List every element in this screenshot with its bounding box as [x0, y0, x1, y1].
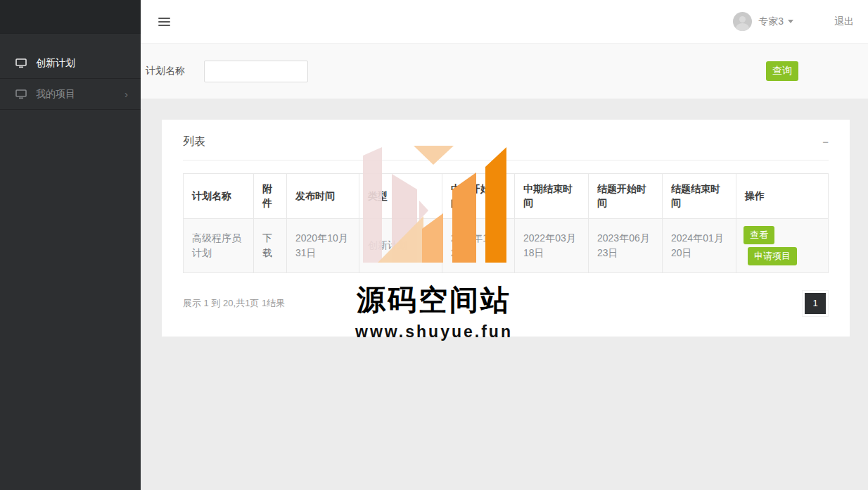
column-header-final-end: 结题结束时间: [663, 174, 736, 219]
sidebar-item-label: 创新计划: [36, 57, 75, 70]
chevron-right-icon: ›: [125, 89, 128, 99]
column-header-type: 类型: [359, 174, 442, 219]
collapse-icon[interactable]: −: [822, 137, 829, 147]
column-header-attachment: 附件: [254, 174, 287, 219]
main-area: 专家3 退出 计划名称 查询 列表 −: [141, 0, 868, 490]
avatar: [733, 12, 752, 31]
cell-final-start: 2023年06月23日: [589, 218, 663, 272]
search-panel: 计划名称 查询: [141, 44, 868, 99]
list-panel: 列表 − 计划名称 附件 发布时间 类型: [162, 120, 850, 337]
monitor-icon: [15, 89, 27, 99]
table-header-row: 计划名称 附件 发布时间 类型 中期开始时间 中期结束时间 结题开始时间 结题结…: [184, 174, 829, 219]
app-window: 创新计划 我的项目 › 专家3: [0, 0, 868, 490]
topbar: 专家3 退出: [141, 0, 868, 44]
view-button[interactable]: 查看: [743, 226, 774, 244]
sidebar-item-my-projects[interactable]: 我的项目 ›: [0, 79, 141, 110]
sidebar-header: [0, 0, 141, 34]
user-name: 专家3: [758, 15, 784, 28]
user-menu[interactable]: 专家3: [733, 12, 793, 31]
panel-title: 列表: [183, 134, 205, 149]
monitor-icon: [15, 58, 27, 68]
plan-name-input[interactable]: [204, 61, 308, 82]
column-header-mid-start: 中期开始时间: [442, 174, 515, 219]
logout-button[interactable]: 退出: [834, 15, 854, 28]
pagination: 1: [802, 290, 829, 317]
sidebar-nav: 创新计划 我的项目 ›: [0, 34, 141, 110]
content-area: 列表 − 计划名称 附件 发布时间 类型: [141, 99, 868, 490]
cell-mid-start: 2021年11月20日: [442, 218, 515, 272]
cell-publish-time: 2020年10月31日: [287, 218, 359, 272]
column-header-mid-end: 中期结束时间: [515, 174, 589, 219]
table-row: 高级程序员计划 下载 2020年10月31日 创新计划 2021年11月20日 …: [184, 218, 829, 272]
chevron-down-icon: [788, 20, 793, 23]
cell-plan-name: 高级程序员计划: [184, 218, 254, 272]
cell-type: 创新计划: [359, 218, 442, 272]
sidebar-item-innovation-plan[interactable]: 创新计划: [0, 48, 141, 79]
menu-toggle-button[interactable]: [158, 15, 170, 28]
column-header-actions: 操作: [736, 174, 829, 219]
column-header-publish-time: 发布时间: [287, 174, 359, 219]
page-button-1[interactable]: 1: [805, 293, 826, 314]
search-label: 计划名称: [146, 65, 185, 77]
cell-attachment: 下载: [254, 218, 287, 272]
cell-mid-end: 2022年03月18日: [515, 218, 589, 272]
apply-project-button[interactable]: 申请项目: [748, 247, 797, 265]
plans-table: 计划名称 附件 发布时间 类型 中期开始时间 中期结束时间 结题开始时间 结题结…: [183, 173, 829, 273]
pagination-info: 展示 1 到 20,共1页 1结果: [183, 297, 285, 310]
column-header-final-start: 结题开始时间: [589, 174, 663, 219]
cell-actions: 查看 申请项目: [736, 218, 829, 272]
table-footer: 展示 1 到 20,共1页 1结果 1: [183, 290, 829, 317]
panel-header: 列表 −: [183, 120, 829, 161]
download-link[interactable]: 下载: [262, 232, 272, 258]
topbar-right: 专家3 退出: [733, 12, 854, 31]
query-button[interactable]: 查询: [766, 61, 798, 81]
sidebar-item-label: 我的项目: [36, 88, 75, 101]
column-header-plan-name: 计划名称: [184, 174, 254, 219]
sidebar: 创新计划 我的项目 ›: [0, 0, 141, 490]
cell-final-end: 2024年01月20日: [663, 218, 736, 272]
